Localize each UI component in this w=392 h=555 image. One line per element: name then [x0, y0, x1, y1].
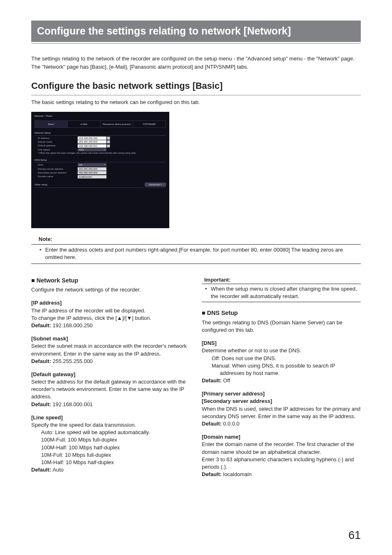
subnet-default-value: 255.255.255.000 [53, 358, 93, 364]
shot-lbl-gateway: Default gateway [35, 144, 78, 147]
shot-input-subnet[interactable]: 255.255.255.000 [78, 140, 106, 143]
shot-input-ip[interactable]: 192.168.000.250 [78, 136, 106, 140]
note-block: Note: Enter the address octets and port … [31, 236, 361, 264]
left-column: Network Setup Configure the network sett… [31, 276, 190, 484]
dns-manual-l2: addresses by host name. [202, 370, 361, 377]
shot-advanced-button[interactable]: Advanced > [145, 183, 166, 187]
shot-group2-rule [35, 162, 166, 162]
shot-input-ssa[interactable]: 000.000.000.000 [78, 171, 106, 174]
dns-setup-desc: The settings relating to DNS (Domain Nam… [202, 319, 361, 334]
shot-tab-panasonic[interactable]: Panasonic alarm protocol [101, 121, 134, 127]
shot-input-psa[interactable]: 000.000.000.000 [78, 167, 106, 171]
shot-lbl-ip: IP address [35, 136, 78, 140]
shot-tab-ntp[interactable]: NTP/SNMP [133, 121, 166, 127]
ls-opt-100h: 100M-Half: 100 Mbps half-duplex [31, 444, 190, 451]
section-heading: Configure the basic network settings [Ba… [31, 80, 361, 92]
right-column: Important: When the setup menu is closed… [202, 276, 361, 484]
linespeed-default: Default: Auto [31, 466, 190, 474]
section-rule [31, 95, 361, 95]
shot-other-rule [35, 187, 166, 188]
screenshot-network-basic: Network > Basic Basic e-Mail Panasonic a… [31, 112, 169, 228]
shot-input-domain[interactable]: localdomain [78, 175, 106, 178]
ip-line1: The IP address of the recorder will be d… [31, 307, 190, 314]
subnet-default: Default: 255.255.255.000 [31, 358, 190, 365]
shot-input-gateway[interactable]: 192.168.000.001 [78, 144, 106, 148]
network-setup-heading: Network Setup [31, 276, 190, 284]
dns-default-value: Off [223, 377, 230, 384]
shot-other-row: Other setup Advanced > [35, 183, 166, 187]
subnet-title: [Subnet mask] [31, 335, 190, 342]
shot-lbl-domain: Domain name [35, 175, 78, 178]
dns-body: Determine whether or not to use the DNS. [202, 347, 361, 354]
default-label: Default: [31, 358, 53, 364]
linespeed-default-value: Auto [53, 467, 64, 473]
psa-default: Default: 0.0.0.0 [202, 420, 361, 428]
shot-note: * When line speed has been changed, the … [35, 152, 166, 155]
shot-select-dns[interactable]: Off [78, 163, 106, 166]
important-block: Important: When the setup menu is closed… [202, 276, 361, 303]
shot-row-ssa: Secondary server address000.000.000.000 [35, 171, 166, 174]
note-rule-bottom [31, 264, 361, 264]
shot-row-psa: Primary server address000.000.000.000 [35, 167, 166, 171]
shot-row-ip: IP address192.168.000.250 [35, 136, 166, 140]
gateway-default-value: 192.168.000.001 [53, 401, 93, 407]
shot-row-domain: Domain namelocaldomain [35, 175, 166, 178]
default-label: Default: [31, 401, 53, 407]
default-label: Default: [202, 471, 223, 477]
intro-p1: The settings relating to the network of … [31, 55, 361, 62]
shot-lbl-ssa: Secondary server address [35, 171, 78, 174]
gateway-default: Default: 192.168.000.001 [31, 401, 190, 408]
spinner-icon[interactable] [107, 140, 110, 143]
shot-group1-title: Network Setup [35, 131, 166, 134]
dns-manual-l1: Manual: When using DNS, it is possible t… [202, 362, 361, 370]
default-label: Default: [31, 467, 53, 473]
shot-other-label: Other setup [35, 183, 47, 186]
dns-setup-heading: DNS Setup [202, 309, 361, 317]
shot-tabs: Basic e-Mail Panasonic alarm protocol NT… [35, 120, 166, 128]
ls-opt-10f: 10M-Full: 10 Mbps full-duplex [31, 451, 190, 459]
dns-default: Default: Off [202, 377, 361, 384]
important-rule-top [202, 284, 361, 284]
note-heading: Note: [31, 236, 361, 243]
note-bullet: Enter the address octets and port number… [39, 246, 361, 261]
ip-line2: To change the IP address, click the [▲]/… [31, 314, 190, 322]
two-columns: Network Setup Configure the network sett… [31, 276, 361, 484]
linespeed-title: [Line speed] [31, 414, 190, 421]
domain-default-value: localdomain [223, 471, 251, 477]
shot-lbl-psa: Primary server address [35, 167, 78, 171]
ip-default: Default: 192.168.000.250 [31, 322, 190, 329]
psa-default-value: 0.0.0.0 [223, 421, 240, 427]
page-number: 61 [348, 528, 361, 543]
domain-title: [Domain name] [202, 433, 361, 441]
shot-lbl-dns: DNS [35, 163, 78, 166]
shot-select-linespeed[interactable]: Auto [78, 148, 106, 151]
spinner-icon[interactable] [107, 144, 110, 148]
shot-tab-email[interactable]: e-Mail [68, 121, 101, 127]
dns-off: Off: Does not use the DNS. [202, 355, 361, 362]
page-title-banner: Configure the settings relating to netwo… [31, 21, 361, 42]
domain-default: Default: localdomain [202, 471, 361, 478]
shot-row-gateway: Default gateway192.168.000.001 [35, 144, 166, 147]
ls-opt-10h: 10M-Half: 10 Mbps half-duplex [31, 459, 190, 466]
ls-opt-auto: Auto: Line speed will be applied automat… [31, 429, 190, 436]
shot-row-dns: DNSOff [35, 163, 166, 166]
spinner-icon[interactable] [107, 136, 110, 140]
ip-title: [IP address] [31, 299, 190, 307]
ls-opt-100f: 100M-Full: 100 Mbps full-duplex [31, 436, 190, 444]
shot-group2-title: DNS Setup [35, 158, 166, 162]
shot-group1-rule [35, 135, 166, 136]
default-label: Default: [202, 377, 223, 384]
shot-lbl-linespeed: Line speed [35, 148, 78, 151]
important-rule-bottom [202, 302, 361, 302]
dns-title: [DNS] [202, 340, 361, 347]
domain-body2: Enter 3 to 63 alphanumeric characters in… [202, 456, 361, 471]
subnet-body: Select the subnet mask in accordance wit… [31, 342, 190, 357]
default-label: Default: [202, 421, 223, 427]
domain-body1: Enter the domain name of the recorder. T… [202, 441, 361, 456]
important-list: When the setup menu is closed after chan… [202, 285, 361, 300]
shot-breadcrumb: Network > Basic [35, 114, 166, 118]
gateway-title: [Default gateway] [31, 371, 190, 378]
ip-default-value: 192.168.000.250 [53, 322, 93, 328]
shot-tab-basic[interactable]: Basic [35, 121, 68, 127]
intro-block: The settings relating to the network of … [31, 55, 361, 71]
